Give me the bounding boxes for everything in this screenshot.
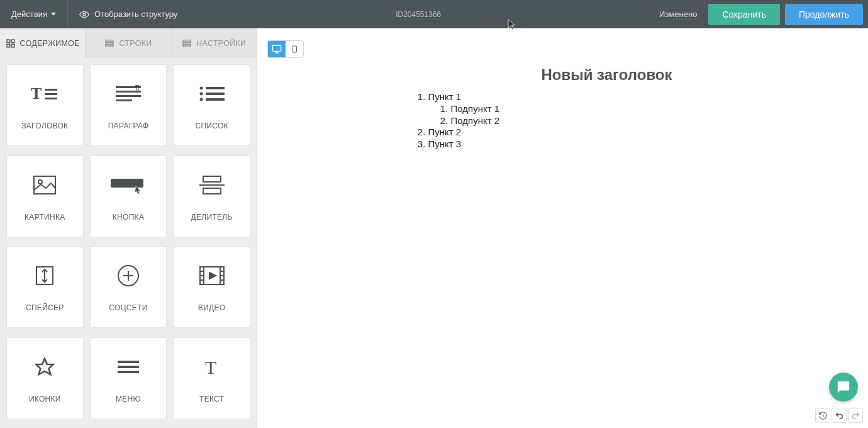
svg-rect-9 <box>183 42 191 44</box>
svg-rect-47 <box>118 361 139 363</box>
redo-icon <box>851 411 860 420</box>
rows-icon <box>104 38 114 48</box>
tab-rows[interactable]: СТРОКИ <box>85 28 170 58</box>
list-item: Подпункт 1 <box>451 103 739 115</box>
block-divider-label: ДЕЛИТЕЛЬ <box>191 213 233 222</box>
star-icon <box>35 353 55 381</box>
menu-icon <box>118 353 139 381</box>
grid-icon <box>6 38 16 48</box>
svg-rect-21 <box>206 87 225 89</box>
block-icons-label: ИКОНКИ <box>29 395 61 403</box>
undo-icon <box>835 411 844 420</box>
block-button-label: КНОПКА <box>113 213 144 222</box>
svg-rect-14 <box>45 98 57 99</box>
text-icon: T <box>203 353 221 381</box>
svg-rect-17 <box>116 95 141 97</box>
block-text[interactable]: T ТЕКСТ <box>173 337 250 419</box>
svg-text:¶: ¶ <box>135 85 140 93</box>
show-structure-toggle[interactable]: Отобразить структуру <box>68 0 189 28</box>
save-button[interactable]: Сохранить <box>708 4 780 25</box>
block-button[interactable]: КНОПКА <box>90 155 167 237</box>
device-mobile[interactable] <box>286 41 303 57</box>
undo-button[interactable] <box>832 408 847 423</box>
settings-icon <box>182 38 192 48</box>
svg-point-20 <box>199 87 203 90</box>
svg-point-22 <box>199 93 203 96</box>
svg-rect-51 <box>272 45 281 51</box>
svg-rect-48 <box>118 366 139 368</box>
continue-button[interactable]: Продолжить <box>785 4 863 25</box>
chat-icon <box>837 380 850 394</box>
redo-button[interactable] <box>848 408 863 423</box>
block-menu-label: МЕНЮ <box>116 395 141 403</box>
svg-marker-46 <box>36 358 53 374</box>
block-image-label: КАРТИНКА <box>25 213 65 222</box>
block-divider[interactable]: ДЕЛИТЕЛЬ <box>173 155 250 237</box>
actions-label: Действия <box>11 9 47 19</box>
svg-text:T: T <box>205 358 216 376</box>
block-video[interactable]: ВИДЕО <box>173 246 250 328</box>
svg-point-24 <box>199 98 203 101</box>
sidebar: СОДЕРЖИМОЕ СТРОКИ НАСТРОЙКИ T ЗАГОЛОВОК … <box>0 28 257 428</box>
list-item: Пункт 2 <box>428 127 739 138</box>
svg-rect-13 <box>45 93 57 95</box>
page-content[interactable]: Новый заголовок Пункт 1 Подпункт 1 Подпу… <box>387 66 739 150</box>
svg-rect-25 <box>206 98 225 101</box>
list-icon <box>199 80 225 108</box>
block-image[interactable]: КАРТИНКА <box>6 155 84 237</box>
page-title[interactable]: Новый заголовок <box>475 66 739 84</box>
list-item: Пункт 1 Подпункт 1 Подпункт 2 <box>428 91 739 127</box>
chevron-down-icon <box>51 13 56 16</box>
image-icon <box>33 171 56 199</box>
blocks-grid: T ЗАГОЛОВОК ¶ ПАРАГРАФ СПИСОК <box>0 58 257 428</box>
svg-rect-1 <box>7 40 10 43</box>
svg-rect-4 <box>11 44 14 47</box>
svg-rect-3 <box>7 44 10 47</box>
document-id: ID204551366 <box>189 10 648 19</box>
list-item: Пункт 3 <box>428 138 739 150</box>
block-text-label: ТЕКСТ <box>199 395 224 403</box>
button-icon <box>111 171 146 199</box>
block-heading[interactable]: T ЗАГОЛОВОК <box>6 64 84 146</box>
svg-rect-10 <box>183 45 191 47</box>
svg-rect-28 <box>111 179 143 188</box>
block-paragraph[interactable]: ¶ ПАРАГРАФ <box>90 64 167 146</box>
history-icon <box>818 411 828 420</box>
social-icon <box>117 262 140 290</box>
video-icon <box>199 262 225 290</box>
desktop-icon <box>272 44 282 54</box>
block-social[interactable]: СОЦСЕТИ <box>90 246 167 328</box>
chat-button[interactable] <box>829 373 858 402</box>
svg-line-57 <box>823 415 824 416</box>
block-social-label: СОЦСЕТИ <box>109 303 147 312</box>
paragraph-icon: ¶ <box>116 80 141 108</box>
actions-menu[interactable]: Действия <box>0 0 68 28</box>
block-list[interactable]: СПИСОК <box>173 64 250 146</box>
show-structure-label: Отобразить структуру <box>94 9 177 19</box>
canvas[interactable]: Новый заголовок Пункт 1 Подпункт 1 Подпу… <box>257 28 868 428</box>
ordered-list[interactable]: Пункт 1 Подпункт 1 Подпункт 2 Пункт 2 Пу… <box>412 91 739 150</box>
svg-rect-18 <box>116 99 132 101</box>
svg-rect-23 <box>206 93 225 95</box>
svg-rect-7 <box>106 45 113 47</box>
eye-icon <box>79 9 89 20</box>
svg-rect-54 <box>292 46 297 52</box>
svg-rect-49 <box>118 371 139 373</box>
block-icons[interactable]: ИКОНКИ <box>6 337 84 419</box>
history-button[interactable] <box>815 408 830 423</box>
svg-rect-6 <box>106 42 113 44</box>
svg-rect-31 <box>203 188 221 194</box>
svg-rect-12 <box>45 89 57 91</box>
svg-rect-8 <box>183 40 191 42</box>
block-spacer[interactable]: СПЕЙСЕР <box>6 246 84 328</box>
mobile-icon <box>291 44 298 54</box>
tab-content[interactable]: СОДЕРЖИМОЕ <box>0 28 85 58</box>
heading-icon: T <box>31 80 58 108</box>
tab-settings[interactable]: НАСТРОЙКИ <box>171 28 257 58</box>
block-heading-label: ЗАГОЛОВОК <box>21 121 68 130</box>
device-desktop[interactable] <box>268 41 286 57</box>
tab-content-label: СОДЕРЖИМОЕ <box>20 39 80 48</box>
spacer-icon <box>36 262 53 290</box>
block-menu[interactable]: МЕНЮ <box>90 337 167 419</box>
svg-rect-2 <box>11 40 14 43</box>
